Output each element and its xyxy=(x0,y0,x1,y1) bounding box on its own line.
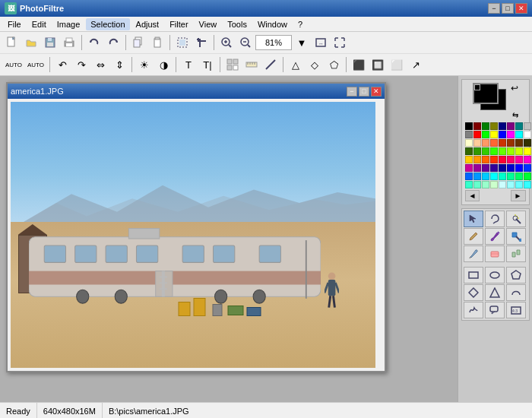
polygon-select-tool[interactable] xyxy=(506,267,526,283)
image-window-titlebar[interactable]: america1.JPG − □ ✕ xyxy=(8,84,385,99)
color-cell[interactable] xyxy=(482,139,489,147)
color-cell[interactable] xyxy=(473,147,481,155)
color-cell[interactable] xyxy=(499,156,506,163)
fill-tool[interactable] xyxy=(506,228,526,245)
color-cell[interactable] xyxy=(490,131,498,138)
print-button[interactable] xyxy=(60,33,78,52)
color-cell[interactable] xyxy=(473,181,481,188)
triangle-select-tool[interactable] xyxy=(485,284,505,301)
flip-h-button[interactable]: ⇔ xyxy=(91,55,109,74)
aspect-ratio-tool[interactable]: 4:3 xyxy=(506,302,526,318)
undo-button[interactable] xyxy=(85,33,103,52)
color-cell[interactable] xyxy=(465,122,473,130)
color-cell[interactable] xyxy=(515,164,523,172)
zoom-dropdown-button[interactable]: ▼ xyxy=(293,33,311,52)
color-cell[interactable] xyxy=(465,131,473,138)
zoom-fit-button[interactable]: ↔ xyxy=(312,33,330,52)
palette-left-button[interactable]: ◄ xyxy=(465,190,480,201)
color-cell[interactable] xyxy=(490,173,498,180)
color-cell[interactable] xyxy=(482,147,489,155)
menu-filter[interactable]: Filter xyxy=(165,18,192,30)
close-button[interactable]: ✕ xyxy=(515,3,527,14)
color-cell[interactable] xyxy=(465,173,473,180)
color-cell[interactable] xyxy=(482,122,489,130)
shape2-button[interactable]: ◇ xyxy=(306,55,324,74)
color-cell[interactable] xyxy=(515,131,523,138)
tool-extra3[interactable]: ⬜ xyxy=(388,55,406,74)
color-cell[interactable] xyxy=(524,164,531,172)
magic-wand-tool[interactable] xyxy=(506,211,526,227)
arc-select-tool[interactable] xyxy=(506,284,526,301)
color-cell[interactable] xyxy=(465,164,473,172)
color-cell[interactable] xyxy=(507,131,515,138)
lasso-tool[interactable] xyxy=(485,211,505,227)
color-cell[interactable] xyxy=(524,181,531,188)
auto-levels-button[interactable]: AUTO xyxy=(3,55,24,74)
clone-tool[interactable] xyxy=(506,245,526,262)
color-cell[interactable] xyxy=(507,147,515,155)
open-button[interactable] xyxy=(22,33,40,52)
auto-contrast-button[interactable]: AUTO xyxy=(25,55,46,74)
color-cell[interactable] xyxy=(524,139,531,147)
img-minimize-button[interactable]: − xyxy=(347,87,357,97)
ellipse-select-tool[interactable] xyxy=(485,267,505,283)
color-cell[interactable] xyxy=(473,164,481,172)
rotate-left-button[interactable]: ↶ xyxy=(53,55,71,74)
rectangle-select-tool[interactable] xyxy=(464,267,483,283)
color-cell[interactable] xyxy=(482,181,489,188)
color-cell[interactable] xyxy=(473,156,481,163)
menu-view[interactable]: View xyxy=(195,18,222,30)
fullscreen-button[interactable] xyxy=(331,33,349,52)
menu-edit[interactable]: Edit xyxy=(27,18,51,30)
color-cell[interactable] xyxy=(499,139,506,147)
menu-help[interactable]: ? xyxy=(293,18,307,30)
color-cell[interactable] xyxy=(499,147,506,155)
paste-button[interactable] xyxy=(148,33,166,52)
zoom-in-button[interactable] xyxy=(217,33,236,52)
contrast-button[interactable]: ◑ xyxy=(154,55,173,74)
brightness-button[interactable]: ☀ xyxy=(135,55,154,74)
color-cell[interactable] xyxy=(507,156,515,163)
color-cell[interactable] xyxy=(524,173,531,180)
color-cell[interactable] xyxy=(490,181,498,188)
swap-colors-icon[interactable]: ⇆ xyxy=(512,111,518,119)
menu-selection[interactable]: Selection xyxy=(86,18,129,30)
color-cell[interactable] xyxy=(465,181,473,188)
color-cell[interactable] xyxy=(490,164,498,172)
text-tool-button[interactable]: T xyxy=(179,55,198,74)
menu-window[interactable]: Window xyxy=(253,18,292,30)
color-cell[interactable] xyxy=(499,164,506,172)
tool-extra2[interactable]: 🔲 xyxy=(369,55,387,74)
color-cell[interactable] xyxy=(515,147,523,155)
palette-right-button[interactable]: ► xyxy=(511,190,526,201)
color-cell[interactable] xyxy=(482,164,489,172)
zoom-out-button[interactable] xyxy=(236,33,255,52)
color-cell[interactable] xyxy=(515,122,523,130)
freehand-select-tool[interactable] xyxy=(464,302,483,318)
line-button[interactable] xyxy=(261,55,280,74)
color-cell[interactable] xyxy=(507,173,515,180)
color-cell[interactable] xyxy=(465,156,473,163)
color-cell[interactable] xyxy=(515,173,523,180)
tool-extra4[interactable]: ↗ xyxy=(407,55,425,74)
text-options-button[interactable]: T| xyxy=(198,55,217,74)
color-cell[interactable] xyxy=(490,156,498,163)
color-cell[interactable] xyxy=(507,181,515,188)
flip-v-button[interactable]: ⇕ xyxy=(110,55,128,74)
shape1-button[interactable]: △ xyxy=(287,55,305,74)
new-button[interactable] xyxy=(3,33,21,52)
color-cell[interactable] xyxy=(524,147,531,155)
eraser-tool[interactable] xyxy=(485,245,505,262)
speech-bubble-tool[interactable] xyxy=(485,302,505,318)
color-cell[interactable] xyxy=(515,139,523,147)
color-cell[interactable] xyxy=(482,173,489,180)
zoom-input[interactable]: 81% xyxy=(255,35,292,50)
rotate-right-button[interactable]: ↷ xyxy=(72,55,90,74)
shape3-button[interactable]: ⬠ xyxy=(325,55,343,74)
menu-image[interactable]: Image xyxy=(52,18,85,30)
copy-button[interactable] xyxy=(129,33,147,52)
color-cell[interactable] xyxy=(465,139,473,147)
color-cell[interactable] xyxy=(507,139,515,147)
img-maximize-button[interactable]: □ xyxy=(359,87,369,97)
minimize-button[interactable]: − xyxy=(488,3,500,14)
